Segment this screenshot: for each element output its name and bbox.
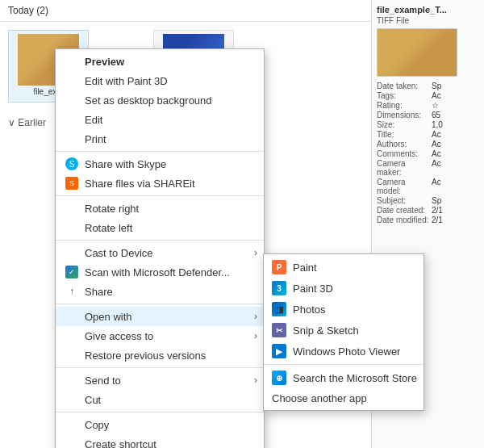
menu-item-label: Cut	[85, 394, 101, 406]
submenu-item-photos[interactable]: ◨Photos	[264, 299, 424, 320]
detail-val: Ac	[432, 159, 441, 177]
submenu-item-label: Photos	[293, 304, 325, 316]
menu-separator	[56, 240, 264, 241]
menu-item-label: Rotate left	[85, 222, 132, 234]
detail-key: Subject:	[377, 196, 432, 205]
skype-icon: S	[65, 157, 78, 170]
detail-key: Camera model:	[377, 178, 432, 195]
right-panel-preview	[377, 28, 457, 77]
share-icon: ↑	[64, 283, 80, 299]
submenu-arrow: ›	[254, 330, 257, 341]
detail-row: Date modified:2/1	[377, 216, 479, 224]
menu-item-label: Print	[85, 133, 106, 145]
submenu-item-paint-3d[interactable]: 3Paint 3D	[264, 278, 424, 299]
detail-row: Rating:☆	[377, 101, 479, 110]
menu-item-label: Edit	[85, 114, 102, 126]
menu-item-scan-with-microsoft-defender...[interactable]: ✓Scan with Microsoft Defender...	[56, 262, 264, 282]
detail-key: Date taken:	[377, 82, 432, 90]
detail-key: Camera maker:	[377, 159, 432, 177]
submenu-arrow: ›	[254, 375, 257, 386]
share-icon: ↑	[65, 285, 78, 298]
menu-item-give-access-to[interactable]: Give access to›	[56, 326, 264, 345]
paint-icon: P	[272, 260, 286, 274]
menu-item-share-with-skype[interactable]: SShare with Skype	[56, 154, 264, 174]
menu-separator	[56, 151, 264, 152]
menu-item-send-to[interactable]: Send to›	[56, 371, 264, 390]
menu-item-rotate-right[interactable]: Rotate right	[56, 199, 264, 218]
menu-item-share[interactable]: ↑Share	[56, 282, 264, 301]
detail-val: 2/1	[432, 216, 443, 224]
menu-item-label: Share with Skype	[85, 158, 166, 170]
menu-item-restore-previous-versions[interactable]: Restore previous versions	[56, 345, 264, 365]
submenu-item-label: Choose another app	[272, 392, 367, 404]
defender-icon: ✓	[64, 264, 80, 280]
menu-item-edit[interactable]: Edit	[56, 110, 264, 129]
detail-val: Ac	[432, 149, 441, 158]
menu-item-label: Set as desktop background	[85, 94, 212, 107]
menu-item-copy[interactable]: Copy	[56, 415, 264, 434]
detail-row: Date taken:Sp	[377, 82, 479, 90]
menu-item-set-as-desktop-background[interactable]: Set as desktop background	[56, 90, 264, 110]
menu-item-label: Create shortcut	[85, 438, 156, 449]
submenu-item-snip-&-sketch[interactable]: ✂Snip & Sketch	[264, 320, 424, 341]
menu-item-label: Scan with Microsoft Defender...	[85, 266, 230, 278]
menu-item-label: Edit with Paint 3D	[85, 75, 168, 87]
submenu-item-paint[interactable]: PPaint	[264, 257, 424, 278]
menu-item-open-with[interactable]: Open with›	[56, 307, 264, 326]
detail-key: Date created:	[377, 206, 432, 215]
detail-row: Title:Ac	[377, 130, 479, 139]
detail-row: Tags:Ac	[377, 91, 479, 100]
earlier-section: ∨ Earlier	[8, 117, 46, 128]
right-panel-title: file_example_T...	[377, 5, 479, 15]
earlier-label: ∨ Earlier	[8, 117, 46, 128]
store-icon: ⊕	[272, 371, 286, 385]
submenu-item-choose-another-app[interactable]: Choose another app	[264, 388, 424, 408]
viewer-icon: ▶	[272, 344, 286, 358]
context-menu: PreviewEdit with Paint 3DSet as desktop …	[55, 48, 265, 448]
submenu-item-windows-photo-viewer[interactable]: ▶Windows Photo Viewer	[264, 341, 424, 362]
right-panel-subtitle: TIFF File	[377, 16, 479, 25]
detail-key: Title:	[377, 130, 432, 139]
detail-key: Tags:	[377, 91, 432, 100]
detail-key: Size:	[377, 120, 432, 129]
skype-icon: S	[64, 156, 80, 172]
today-label: Today (2)	[8, 5, 48, 16]
menu-item-cut[interactable]: Cut	[56, 390, 264, 409]
detail-row: Camera model:Ac	[377, 178, 479, 195]
submenu-item-label: Snip & Sketch	[293, 324, 359, 337]
menu-item-label: Preview	[85, 56, 124, 68]
detail-key: Date modified:	[377, 216, 432, 224]
detail-row: Size:1,0	[377, 120, 479, 129]
menu-item-label: Share	[85, 286, 113, 298]
detail-key: Comments:	[377, 149, 432, 158]
menu-item-edit-with-paint-3d[interactable]: Edit with Paint 3D	[56, 71, 264, 90]
menu-item-print[interactable]: Print	[56, 129, 264, 149]
menu-item-share-files-via-shareit[interactable]: SShare files via SHAREit	[56, 174, 264, 193]
submenu-item-label: Paint	[293, 262, 317, 274]
detail-row: Comments:Ac	[377, 149, 479, 158]
submenu-item-search-the-microsoft-store[interactable]: ⊕Search the Microsoft Store	[264, 367, 424, 388]
menu-separator	[56, 304, 264, 304]
detail-val: Ac	[432, 130, 441, 139]
detail-row: Date created:2/1	[377, 206, 479, 215]
detail-key: Rating:	[377, 101, 432, 110]
menu-item-preview[interactable]: Preview	[56, 52, 264, 71]
submenu-open-with: PPaint3Paint 3D◨Photos✂Snip & Sketch▶Win…	[263, 253, 424, 411]
detail-val: 65	[432, 111, 440, 119]
menu-item-label: Open with	[85, 311, 132, 323]
detail-row: Dimensions:65	[377, 111, 479, 119]
submenu-item-label: Search the Microsoft Store	[293, 372, 417, 384]
shareit-icon: S	[65, 177, 78, 190]
detail-row: Authors:Ac	[377, 140, 479, 149]
menu-item-label: Copy	[85, 419, 109, 431]
defender-icon: ✓	[65, 266, 78, 278]
submenu-arrow: ›	[254, 311, 257, 322]
submenu-separator	[264, 364, 424, 365]
detail-val: Sp	[432, 82, 441, 90]
menu-item-rotate-left[interactable]: Rotate left	[56, 218, 264, 237]
menu-separator	[56, 195, 264, 196]
menu-item-cast-to-device[interactable]: Cast to Device›	[56, 243, 264, 262]
detail-val: Ac	[432, 140, 441, 149]
detail-val: Sp	[432, 196, 441, 205]
menu-item-create-shortcut[interactable]: Create shortcut	[56, 434, 264, 448]
